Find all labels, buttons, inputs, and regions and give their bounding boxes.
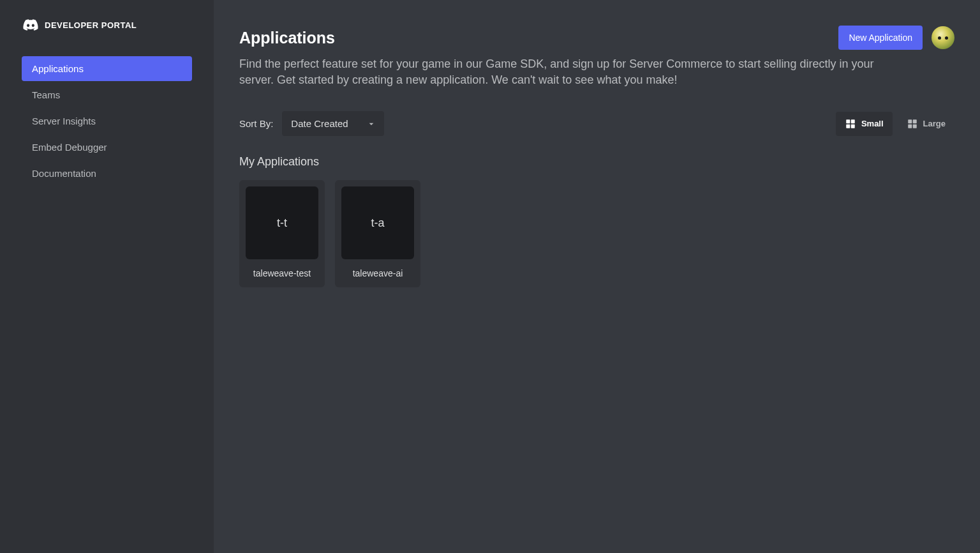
nav-item-applications[interactable]: Applications bbox=[22, 56, 192, 81]
app-thumbnail: t-t bbox=[246, 186, 318, 259]
main-content: Applications New Application Find the pe… bbox=[214, 0, 980, 553]
nav-item-documentation[interactable]: Documentation bbox=[22, 161, 192, 186]
sort-value: Date Created bbox=[291, 118, 348, 129]
svg-rect-2 bbox=[846, 125, 850, 128]
nav-item-embed-debugger[interactable]: Embed Debugger bbox=[22, 135, 192, 160]
page-title: Applications bbox=[239, 29, 335, 47]
app-thumbnail: t-a bbox=[341, 186, 414, 259]
chevron-down-icon bbox=[366, 119, 376, 129]
nav: Applications Teams Server Insights Embed… bbox=[22, 56, 192, 186]
user-avatar[interactable] bbox=[932, 26, 954, 49]
view-large-label: Large bbox=[923, 119, 946, 128]
grid-small-icon bbox=[845, 118, 856, 130]
view-toggles: Small Large bbox=[836, 112, 954, 136]
new-application-button[interactable]: New Application bbox=[838, 26, 923, 50]
svg-rect-4 bbox=[908, 119, 912, 123]
view-small-label: Small bbox=[861, 119, 884, 128]
view-toggle-large[interactable]: Large bbox=[898, 112, 954, 136]
controls-row: Sort By: Date Created Small bbox=[239, 111, 954, 136]
header-row: Applications New Application bbox=[239, 26, 954, 50]
discord-logo-icon bbox=[23, 19, 38, 31]
svg-rect-3 bbox=[851, 125, 855, 128]
sort-label: Sort By: bbox=[239, 118, 273, 129]
page-description: Find the perfect feature set for your ga… bbox=[239, 56, 890, 88]
svg-rect-6 bbox=[908, 125, 912, 128]
app-grid: t-t taleweave-test t-a taleweave-ai bbox=[239, 180, 954, 287]
section-title: My Applications bbox=[239, 155, 954, 169]
header-right: New Application bbox=[838, 26, 954, 50]
app-card[interactable]: t-t taleweave-test bbox=[239, 180, 325, 287]
nav-item-teams[interactable]: Teams bbox=[22, 82, 192, 107]
app-name: taleweave-test bbox=[246, 268, 318, 278]
app-card[interactable]: t-a taleweave-ai bbox=[335, 180, 420, 287]
grid-large-icon bbox=[907, 118, 918, 130]
svg-rect-7 bbox=[912, 125, 916, 128]
portal-title: DEVELOPER PORTAL bbox=[45, 20, 137, 30]
svg-rect-5 bbox=[912, 119, 916, 123]
view-toggle-small[interactable]: Small bbox=[836, 112, 893, 136]
sort-select[interactable]: Date Created bbox=[282, 111, 384, 136]
logo-row: DEVELOPER PORTAL bbox=[22, 19, 192, 31]
svg-rect-1 bbox=[851, 119, 855, 123]
svg-rect-0 bbox=[846, 119, 850, 123]
app-name: taleweave-ai bbox=[341, 268, 414, 278]
sort-group: Sort By: Date Created bbox=[239, 111, 384, 136]
nav-item-server-insights[interactable]: Server Insights bbox=[22, 109, 192, 133]
sidebar: DEVELOPER PORTAL Applications Teams Serv… bbox=[0, 0, 214, 553]
